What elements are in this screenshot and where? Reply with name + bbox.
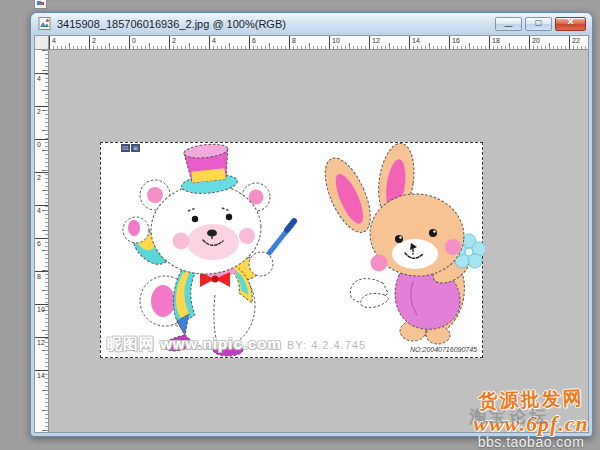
ruler-label: 14: [35, 370, 48, 380]
canvas-workspace[interactable]: 01 ⊞: [49, 50, 588, 432]
truncated-desktop-icon: [34, 0, 47, 9]
photoshop-document-window: 3415908_185706016936_2.jpg @ 100%(RGB) —…: [30, 12, 593, 437]
slice-badge-group: 01 ⊞: [121, 144, 140, 152]
ruler-label: 0: [129, 36, 136, 49]
bear-character-illustration[interactable]: [103, 143, 303, 358]
image-file-icon: [38, 17, 52, 30]
maximize-button[interactable]: ▢: [525, 17, 552, 31]
ruler-label: 18: [489, 36, 500, 49]
minimize-icon: —: [505, 22, 513, 30]
ruler-label: 4: [209, 36, 216, 49]
close-button[interactable]: ✕: [555, 17, 586, 31]
document-content-area: 420246810121416182022 4202468101214 01 ⊞: [34, 35, 589, 433]
ruler-label: 2: [35, 106, 48, 116]
ruler-label: 10: [329, 36, 340, 49]
minimize-button[interactable]: —: [495, 17, 522, 31]
vertical-ruler[interactable]: 4202468101214: [35, 50, 49, 432]
site-watermark-name: 货源批发网: [463, 385, 600, 416]
ruler-label: 4: [49, 36, 56, 49]
ruler-label: 6: [249, 36, 256, 49]
close-icon: ✕: [567, 18, 575, 27]
bunny-character-illustration[interactable]: [295, 143, 485, 358]
ruler-label: 22: [569, 36, 580, 49]
ruler-label: 8: [35, 271, 48, 281]
image-watermark-site: 昵图网 www.nipic.com: [107, 335, 282, 354]
ruler-label: 2: [89, 36, 96, 49]
window-titlebar[interactable]: 3415908_185706016936_2.jpg @ 100%(RGB) —…: [31, 13, 592, 34]
ruler-label: 0: [35, 139, 48, 149]
slice-grid-icon: ⊞: [131, 144, 140, 152]
ruler-label: 6: [35, 238, 48, 248]
ruler-label: 20: [529, 36, 540, 49]
image-watermark-author: BY: 4.2.4.745: [287, 339, 366, 351]
site-watermark: 淘宝论坛 货源批发网 www.6pf.cn bbs.taobao.com: [463, 387, 599, 450]
site-watermark-forum-url: bbs.taobao.com: [463, 434, 599, 450]
ruler-label: 12: [369, 36, 380, 49]
ruler-label: 2: [169, 36, 176, 49]
maximize-icon: ▢: [535, 19, 543, 27]
ruler-label: 4: [35, 205, 48, 215]
ruler-label: 2: [35, 172, 48, 182]
open-image-document[interactable]: 01 ⊞: [100, 142, 483, 358]
ruler-label: 8: [289, 36, 296, 49]
ruler-label: 4: [35, 73, 48, 83]
horizontal-ruler[interactable]: 420246810121416182022: [49, 36, 588, 50]
image-watermark-serial: NO:20040716090745: [410, 346, 477, 353]
ruler-label: 10: [35, 304, 48, 314]
slice-number-badge: 01: [121, 144, 130, 152]
window-title: 3415908_185706016936_2.jpg @ 100%(RGB): [57, 17, 490, 30]
ruler-label: 14: [409, 36, 420, 49]
ruler-label: 16: [449, 36, 460, 49]
ruler-corner-box[interactable]: [35, 36, 49, 50]
ruler-label: 12: [35, 337, 48, 347]
